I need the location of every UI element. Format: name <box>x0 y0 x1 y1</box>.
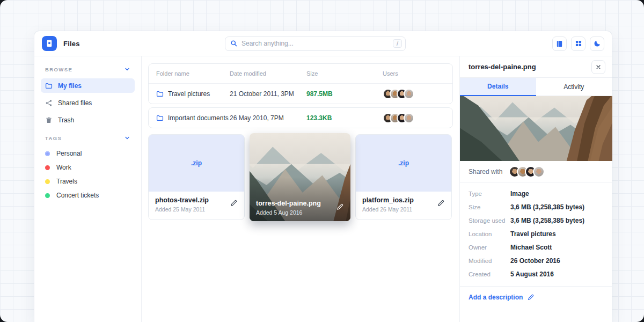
tag-color-dot <box>45 165 50 170</box>
tag-label: Concert tickets <box>56 192 99 199</box>
folder-icon <box>156 90 164 98</box>
sidebar-item-label: My files <box>58 82 82 90</box>
tab-details[interactable]: Details <box>460 78 536 96</box>
dark-mode-button[interactable] <box>590 36 604 51</box>
search-shortcut-badge: / <box>393 39 402 48</box>
edit-button[interactable] <box>230 199 238 209</box>
folders-table-row-card: Important documents 26 May 2010, 7PM 123… <box>148 107 453 128</box>
grid-view-icon <box>575 40 582 47</box>
avatar <box>404 113 414 123</box>
file-added-date: Added 25 May 2011 <box>155 206 238 213</box>
files-app-window: Files / <box>34 31 612 322</box>
add-description-label: Add a description <box>469 294 523 301</box>
top-bar: Files / <box>34 31 612 56</box>
browse-section-label: BROWSE <box>45 67 72 72</box>
close-panel-button[interactable] <box>591 60 605 74</box>
column-header: Folder name <box>156 70 230 77</box>
table-row[interactable]: Travel pictures 21 October 2011, 3PM 987… <box>149 84 452 104</box>
tab-activity[interactable]: Activity <box>536 78 612 96</box>
folder-icon <box>156 114 164 122</box>
tag-color-dot <box>45 151 50 156</box>
chevron-down-icon[interactable] <box>124 66 130 72</box>
tag-item-work[interactable]: Work <box>41 160 135 174</box>
app-logo <box>42 36 57 51</box>
folder-name: Travel pictures <box>168 90 210 98</box>
shared-with-label: Shared with <box>469 168 502 175</box>
topbar-actions <box>552 36 604 51</box>
detail-row-created: Created 5 August 2016 <box>469 267 603 281</box>
details-panel-header: torres-del-paine.png <box>460 56 612 78</box>
file-added-date: Added 5 Aug 2016 <box>256 209 321 216</box>
pencil-icon <box>336 203 344 211</box>
folder-size: 123.3KB <box>306 114 383 122</box>
file-card-photos-travel[interactable]: .zip photos-travel.zip Added 25 May 2011 <box>148 134 245 220</box>
detail-row-storage-used: Storage used 3,6 MB (3,258,385 bytes) <box>469 214 603 227</box>
close-icon <box>595 64 602 70</box>
folders-table-header: Folder name Date modified Size Users <box>149 64 452 84</box>
tag-item-personal[interactable]: Personal <box>41 147 135 160</box>
date-modified: 26 May 2010, 7PM <box>230 114 306 122</box>
tag-item-travels[interactable]: Travels <box>41 174 135 188</box>
folder-icon <box>45 82 53 90</box>
grid-view-button[interactable] <box>571 36 586 51</box>
sidebar-item-trash[interactable]: Trash <box>41 113 135 127</box>
search-input[interactable] <box>241 40 393 47</box>
zip-thumbnail: .zip <box>356 135 451 192</box>
sidebar-item-label: Shared files <box>58 99 92 107</box>
sidebar-item-shared-files[interactable]: Shared files <box>41 96 135 110</box>
shared-with-row: Shared with <box>460 161 612 182</box>
edit-button[interactable] <box>437 199 445 209</box>
tag-label: Work <box>56 164 71 171</box>
tag-label: Travels <box>56 178 77 185</box>
edit-button[interactable] <box>336 203 344 213</box>
book-icon <box>555 40 564 48</box>
tag-label: Personal <box>56 150 82 157</box>
file-card-platform-ios[interactable]: .zip platform_ios.zip Added 26 May 2011 <box>355 134 452 220</box>
avatar <box>404 89 414 99</box>
detail-row-type: Type Image <box>469 187 603 200</box>
detail-row-owner: Owner Michael Scott <box>469 240 603 254</box>
file-preview-image <box>460 96 612 161</box>
detail-row-modified: Modified 26 October 2016 <box>469 254 603 267</box>
tag-color-dot <box>45 179 50 184</box>
detail-row-location: Location Travel pictures <box>469 227 603 240</box>
add-description-button[interactable]: Add a description <box>460 286 612 308</box>
column-header: Date modified <box>230 70 306 77</box>
desktop-background: Files / <box>0 0 644 322</box>
tags-section-label: TAGS <box>45 135 62 141</box>
column-header: Size <box>306 70 383 77</box>
avatar-group <box>383 113 445 123</box>
zip-thumbnail: .zip <box>149 135 244 192</box>
folder-size: 987.5MB <box>306 90 383 98</box>
file-card-torres-del-paine[interactable]: torres-del-paine.png Added 5 Aug 2016 <box>250 133 350 221</box>
tag-color-dot <box>45 193 50 198</box>
avatar-group <box>509 166 545 178</box>
detail-row-size: Size 3,6 MB (3,258,385 bytes) <box>469 200 603 214</box>
table-row[interactable]: Important documents 26 May 2010, 7PM 123… <box>149 108 452 128</box>
file-name: torres-del-paine.png <box>256 200 321 207</box>
file-details-list: Type Image Size 3,6 MB (3,258,385 bytes)… <box>460 182 612 284</box>
book-button[interactable] <box>552 36 567 51</box>
search-bar[interactable]: / <box>225 36 406 51</box>
pencil-icon <box>230 199 238 207</box>
tag-item-concert-tickets[interactable]: Concert tickets <box>41 188 135 202</box>
zip-badge: .zip <box>191 159 202 167</box>
browse-section-header: BROWSE <box>41 66 135 72</box>
avatar <box>533 166 545 178</box>
file-name: photos-travel.zip <box>155 196 238 204</box>
panel-tabs: Details Activity <box>460 78 612 96</box>
sidebar-item-my-files[interactable]: My files <box>41 78 135 93</box>
folder-name: Important documents <box>168 114 229 122</box>
pencil-icon <box>437 199 445 207</box>
main-content: Folder name Date modified Size Users Tra… <box>142 56 459 322</box>
pencil-icon <box>527 294 535 301</box>
date-modified: 21 October 2011, 3PM <box>230 90 306 98</box>
file-added-date: Added 26 May 2011 <box>362 206 445 213</box>
search-icon <box>230 40 238 47</box>
sidebar-item-label: Trash <box>58 116 74 124</box>
share-icon <box>45 99 53 107</box>
trash-icon <box>45 116 53 124</box>
sidebar: BROWSE My files <box>34 56 142 322</box>
file-search-icon <box>45 39 54 48</box>
chevron-down-icon[interactable] <box>124 135 130 141</box>
